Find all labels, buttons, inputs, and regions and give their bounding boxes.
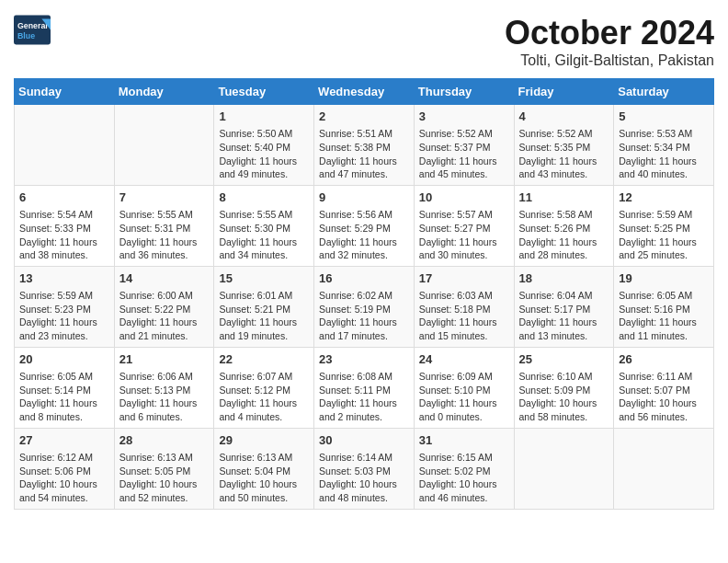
cell-content: Sunrise: 5:50 AM Sunset: 5:40 PM Dayligh… xyxy=(219,127,309,181)
calendar-cell: 19Sunrise: 6:05 AM Sunset: 5:16 PM Dayli… xyxy=(614,266,714,347)
cell-content: Sunrise: 6:07 AM Sunset: 5:12 PM Dayligh… xyxy=(219,370,309,424)
day-header-thursday: Thursday xyxy=(414,79,514,105)
title-block: October 2024 Tolti, Gilgit-Baltistan, Pa… xyxy=(505,14,714,69)
day-number: 5 xyxy=(619,109,709,125)
cell-content: Sunrise: 6:00 AM Sunset: 5:22 PM Dayligh… xyxy=(119,289,210,343)
day-number: 10 xyxy=(419,190,509,206)
day-number: 30 xyxy=(319,432,409,449)
cell-content: Sunrise: 6:10 AM Sunset: 5:09 PM Dayligh… xyxy=(519,370,609,424)
calendar-cell xyxy=(614,428,714,509)
calendar-cell: 21Sunrise: 6:06 AM Sunset: 5:13 PM Dayli… xyxy=(114,347,214,428)
calendar-cell: 4Sunrise: 5:52 AM Sunset: 5:35 PM Daylig… xyxy=(514,105,614,186)
calendar-cell: 1Sunrise: 5:50 AM Sunset: 5:40 PM Daylig… xyxy=(214,105,314,186)
day-number: 20 xyxy=(19,351,109,368)
calendar-cell: 29Sunrise: 6:13 AM Sunset: 5:04 PM Dayli… xyxy=(214,428,314,509)
day-number: 4 xyxy=(519,109,609,125)
cell-content: Sunrise: 5:58 AM Sunset: 5:26 PM Dayligh… xyxy=(519,208,609,262)
day-header-sunday: Sunday xyxy=(15,79,115,105)
page-header: General Blue October 2024 Tolti, Gilgit-… xyxy=(14,14,714,69)
cell-content: Sunrise: 6:09 AM Sunset: 5:10 PM Dayligh… xyxy=(419,370,509,424)
day-number: 3 xyxy=(419,109,509,125)
cell-content: Sunrise: 5:57 AM Sunset: 5:27 PM Dayligh… xyxy=(419,208,509,262)
cell-content: Sunrise: 5:55 AM Sunset: 5:31 PM Dayligh… xyxy=(119,208,210,262)
cell-content: Sunrise: 6:08 AM Sunset: 5:11 PM Dayligh… xyxy=(319,370,409,424)
day-number: 11 xyxy=(519,190,609,206)
calendar-cell: 7Sunrise: 5:55 AM Sunset: 5:31 PM Daylig… xyxy=(114,185,214,266)
calendar-cell: 13Sunrise: 5:59 AM Sunset: 5:23 PM Dayli… xyxy=(15,266,115,347)
cell-content: Sunrise: 5:54 AM Sunset: 5:33 PM Dayligh… xyxy=(19,208,109,262)
day-number: 9 xyxy=(319,190,409,206)
day-number: 2 xyxy=(319,109,409,125)
day-number: 8 xyxy=(219,190,309,206)
calendar-cell: 11Sunrise: 5:58 AM Sunset: 5:26 PM Dayli… xyxy=(514,185,614,266)
calendar-cell: 31Sunrise: 6:15 AM Sunset: 5:02 PM Dayli… xyxy=(414,428,514,509)
day-number: 15 xyxy=(219,270,309,287)
location: Tolti, Gilgit-Baltistan, Pakistan xyxy=(505,52,714,69)
day-number: 17 xyxy=(419,270,509,287)
day-number: 13 xyxy=(19,270,109,287)
calendar-cell: 9Sunrise: 5:56 AM Sunset: 5:29 PM Daylig… xyxy=(314,185,415,266)
day-number: 25 xyxy=(519,351,609,368)
day-number: 21 xyxy=(119,351,210,368)
cell-content: Sunrise: 5:53 AM Sunset: 5:34 PM Dayligh… xyxy=(619,127,709,181)
calendar-cell: 20Sunrise: 6:05 AM Sunset: 5:14 PM Dayli… xyxy=(15,347,115,428)
calendar-week-row: 6Sunrise: 5:54 AM Sunset: 5:33 PM Daylig… xyxy=(15,185,714,266)
day-header-tuesday: Tuesday xyxy=(214,79,314,105)
day-header-monday: Monday xyxy=(114,79,214,105)
svg-text:Blue: Blue xyxy=(17,31,35,40)
calendar-week-row: 27Sunrise: 6:12 AM Sunset: 5:06 PM Dayli… xyxy=(15,428,714,509)
cell-content: Sunrise: 5:55 AM Sunset: 5:30 PM Dayligh… xyxy=(219,208,309,262)
calendar-cell: 27Sunrise: 6:12 AM Sunset: 5:06 PM Dayli… xyxy=(15,428,115,509)
calendar-cell: 22Sunrise: 6:07 AM Sunset: 5:12 PM Dayli… xyxy=(214,347,314,428)
cell-content: Sunrise: 5:59 AM Sunset: 5:23 PM Dayligh… xyxy=(19,289,109,343)
cell-content: Sunrise: 6:15 AM Sunset: 5:02 PM Dayligh… xyxy=(419,451,509,505)
day-number: 24 xyxy=(419,351,509,368)
day-number: 16 xyxy=(319,270,409,287)
day-number: 28 xyxy=(119,432,210,449)
day-number: 27 xyxy=(19,432,109,449)
day-number: 26 xyxy=(619,351,709,368)
calendar-cell: 12Sunrise: 5:59 AM Sunset: 5:25 PM Dayli… xyxy=(614,185,714,266)
calendar-week-row: 20Sunrise: 6:05 AM Sunset: 5:14 PM Dayli… xyxy=(15,347,714,428)
cell-content: Sunrise: 6:02 AM Sunset: 5:19 PM Dayligh… xyxy=(319,289,409,343)
cell-content: Sunrise: 6:03 AM Sunset: 5:18 PM Dayligh… xyxy=(419,289,509,343)
cell-content: Sunrise: 6:13 AM Sunset: 5:04 PM Dayligh… xyxy=(219,451,309,505)
calendar-cell: 5Sunrise: 5:53 AM Sunset: 5:34 PM Daylig… xyxy=(614,105,714,186)
calendar-cell: 8Sunrise: 5:55 AM Sunset: 5:30 PM Daylig… xyxy=(214,185,314,266)
day-header-wednesday: Wednesday xyxy=(314,79,415,105)
calendar-cell: 30Sunrise: 6:14 AM Sunset: 5:03 PM Dayli… xyxy=(314,428,415,509)
calendar-cell: 17Sunrise: 6:03 AM Sunset: 5:18 PM Dayli… xyxy=(414,266,514,347)
calendar-cell: 23Sunrise: 6:08 AM Sunset: 5:11 PM Dayli… xyxy=(314,347,415,428)
cell-content: Sunrise: 6:06 AM Sunset: 5:13 PM Dayligh… xyxy=(119,370,210,424)
calendar-week-row: 13Sunrise: 5:59 AM Sunset: 5:23 PM Dayli… xyxy=(15,266,714,347)
calendar-cell xyxy=(114,105,214,186)
calendar-cell: 18Sunrise: 6:04 AM Sunset: 5:17 PM Dayli… xyxy=(514,266,614,347)
day-number: 7 xyxy=(119,190,210,206)
cell-content: Sunrise: 5:52 AM Sunset: 5:35 PM Dayligh… xyxy=(519,127,609,181)
day-number: 18 xyxy=(519,270,609,287)
month-title: October 2024 xyxy=(505,14,714,52)
calendar-cell: 14Sunrise: 6:00 AM Sunset: 5:22 PM Dayli… xyxy=(114,266,214,347)
day-number: 14 xyxy=(119,270,210,287)
day-number: 23 xyxy=(319,351,409,368)
cell-content: Sunrise: 5:56 AM Sunset: 5:29 PM Dayligh… xyxy=(319,208,409,262)
day-header-saturday: Saturday xyxy=(614,79,714,105)
logo-icon: General Blue xyxy=(14,14,51,46)
svg-text:General: General xyxy=(17,21,48,30)
calendar-cell xyxy=(514,428,614,509)
cell-content: Sunrise: 6:13 AM Sunset: 5:05 PM Dayligh… xyxy=(119,451,210,505)
calendar-cell: 6Sunrise: 5:54 AM Sunset: 5:33 PM Daylig… xyxy=(15,185,115,266)
day-number: 31 xyxy=(419,432,509,449)
calendar-cell: 26Sunrise: 6:11 AM Sunset: 5:07 PM Dayli… xyxy=(614,347,714,428)
day-number: 6 xyxy=(19,190,109,206)
calendar-header-row: SundayMondayTuesdayWednesdayThursdayFrid… xyxy=(15,79,714,105)
calendar-cell: 24Sunrise: 6:09 AM Sunset: 5:10 PM Dayli… xyxy=(414,347,514,428)
day-number: 29 xyxy=(219,432,309,449)
calendar-week-row: 1Sunrise: 5:50 AM Sunset: 5:40 PM Daylig… xyxy=(15,105,714,186)
day-number: 19 xyxy=(619,270,709,287)
cell-content: Sunrise: 6:12 AM Sunset: 5:06 PM Dayligh… xyxy=(19,451,109,505)
day-number: 1 xyxy=(219,109,309,125)
calendar-cell: 10Sunrise: 5:57 AM Sunset: 5:27 PM Dayli… xyxy=(414,185,514,266)
day-number: 22 xyxy=(219,351,309,368)
calendar-cell: 2Sunrise: 5:51 AM Sunset: 5:38 PM Daylig… xyxy=(314,105,415,186)
